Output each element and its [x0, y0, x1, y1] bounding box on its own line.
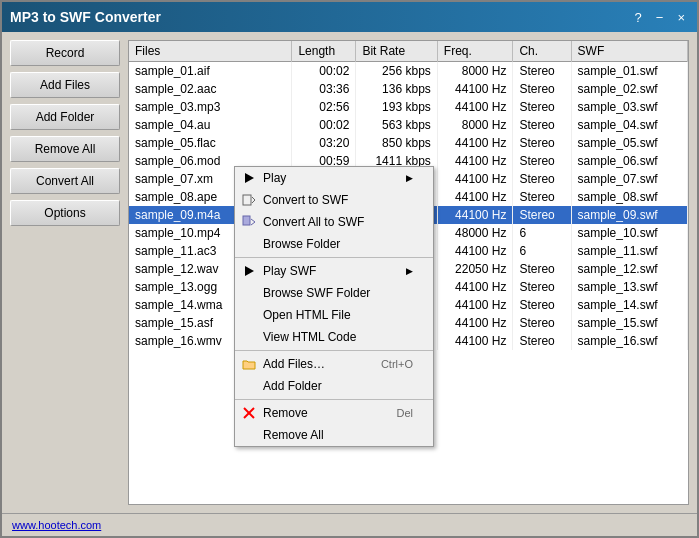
- svg-rect-1: [243, 195, 251, 205]
- file-list-container[interactable]: Files Length Bit Rate Freq. Ch. SWF samp…: [128, 40, 689, 505]
- col-header-swf[interactable]: SWF: [571, 41, 687, 62]
- svg-marker-0: [245, 173, 254, 183]
- ctx-item-convert-all-to-swf[interactable]: Convert All to SWF: [235, 211, 433, 233]
- svg-line-6: [251, 222, 255, 225]
- convert-all-icon: [241, 214, 257, 230]
- sidebar: Record Add Files Add Folder Remove All C…: [10, 40, 120, 505]
- footer: www.hootech.com: [2, 513, 697, 536]
- svg-marker-7: [245, 266, 254, 276]
- ctx-item-convert-to-swf[interactable]: Convert to SWF: [235, 189, 433, 211]
- ctx-icon-empty: [241, 307, 257, 323]
- ctx-item-add-files[interactable]: Add Files…Ctrl+O: [235, 353, 433, 375]
- ctx-item-open-html-file[interactable]: Open HTML File: [235, 304, 433, 326]
- remove-all-button[interactable]: Remove All: [10, 136, 120, 162]
- ctx-shortcut: Del: [396, 407, 413, 419]
- ctx-item-label: Play: [263, 171, 286, 185]
- ctx-separator: [235, 399, 433, 400]
- svg-line-3: [252, 200, 255, 203]
- col-header-files[interactable]: Files: [129, 41, 292, 62]
- col-header-freq[interactable]: Freq.: [437, 41, 513, 62]
- col-header-bitrate[interactable]: Bit Rate: [356, 41, 437, 62]
- play-icon: [241, 170, 257, 186]
- help-button[interactable]: ?: [631, 10, 646, 25]
- ctx-item-label: Add Files…: [263, 357, 325, 371]
- ctx-item-view-html-code[interactable]: View HTML Code: [235, 326, 433, 348]
- col-header-length[interactable]: Length: [292, 41, 356, 62]
- ctx-item-add-folder[interactable]: Add Folder: [235, 375, 433, 397]
- ctx-icon-empty: [241, 329, 257, 345]
- minimize-button[interactable]: −: [652, 10, 668, 25]
- ctx-item-play[interactable]: Play: [235, 167, 433, 189]
- svg-rect-4: [243, 216, 250, 225]
- window-title: MP3 to SWF Converter: [10, 9, 161, 25]
- ctx-item-label: Play SWF: [263, 264, 316, 278]
- main-window: MP3 to SWF Converter ? − × Record Add Fi…: [0, 0, 699, 538]
- ctx-icon-empty: [241, 285, 257, 301]
- table-row[interactable]: sample_01.aif00:02256 kbps8000 HzStereos…: [129, 62, 688, 81]
- ctx-item-remove[interactable]: RemoveDel: [235, 402, 433, 424]
- ctx-item-label: Remove: [263, 406, 308, 420]
- ctx-item-label: View HTML Code: [263, 330, 356, 344]
- ctx-item-label: Open HTML File: [263, 308, 351, 322]
- svg-line-5: [251, 219, 255, 222]
- ctx-icon-empty: [241, 378, 257, 394]
- table-row[interactable]: sample_03.mp302:56193 kbps44100 HzStereo…: [129, 98, 688, 116]
- ctx-item-label: Browse Folder: [263, 237, 340, 251]
- ctx-item-label: Add Folder: [263, 379, 322, 393]
- convert-icon: [241, 192, 257, 208]
- ctx-separator: [235, 257, 433, 258]
- ctx-item-browse-swf-folder[interactable]: Browse SWF Folder: [235, 282, 433, 304]
- title-bar: MP3 to SWF Converter ? − ×: [2, 2, 697, 32]
- table-row[interactable]: sample_02.aac03:36136 kbps44100 HzStereo…: [129, 80, 688, 98]
- ctx-item-label: Convert to SWF: [263, 193, 348, 207]
- record-button[interactable]: Record: [10, 40, 120, 66]
- website-link[interactable]: www.hootech.com: [12, 519, 101, 531]
- title-bar-buttons: ? − ×: [631, 10, 689, 25]
- options-button[interactable]: Options: [10, 200, 120, 226]
- play-swf-icon: [241, 263, 257, 279]
- main-content: Record Add Files Add Folder Remove All C…: [2, 32, 697, 513]
- table-header-row: Files Length Bit Rate Freq. Ch. SWF: [129, 41, 688, 62]
- ctx-item-label: Convert All to SWF: [263, 215, 364, 229]
- ctx-item-label: Browse SWF Folder: [263, 286, 370, 300]
- ctx-item-play-swf[interactable]: Play SWF: [235, 260, 433, 282]
- convert-all-button[interactable]: Convert All: [10, 168, 120, 194]
- ctx-separator: [235, 350, 433, 351]
- table-row[interactable]: sample_04.au00:02563 kbps8000 HzStereosa…: [129, 116, 688, 134]
- ctx-item-browse-folder[interactable]: Browse Folder: [235, 233, 433, 255]
- ctx-item-remove-all[interactable]: Remove All: [235, 424, 433, 446]
- close-button[interactable]: ×: [673, 10, 689, 25]
- ctx-icon-empty: [241, 427, 257, 443]
- remove-x-icon: [241, 405, 257, 421]
- folder-icon: [241, 236, 257, 252]
- table-row[interactable]: sample_05.flac03:20850 kbps44100 HzStere…: [129, 134, 688, 152]
- context-menu: PlayConvert to SWFConvert All to SWFBrow…: [234, 166, 434, 447]
- ctx-item-label: Remove All: [263, 428, 324, 442]
- ctx-shortcut: Ctrl+O: [381, 358, 413, 370]
- add-folder-button[interactable]: Add Folder: [10, 104, 120, 130]
- folder-add-icon: [241, 356, 257, 372]
- col-header-ch[interactable]: Ch.: [513, 41, 571, 62]
- svg-line-2: [252, 197, 255, 200]
- add-files-button[interactable]: Add Files: [10, 72, 120, 98]
